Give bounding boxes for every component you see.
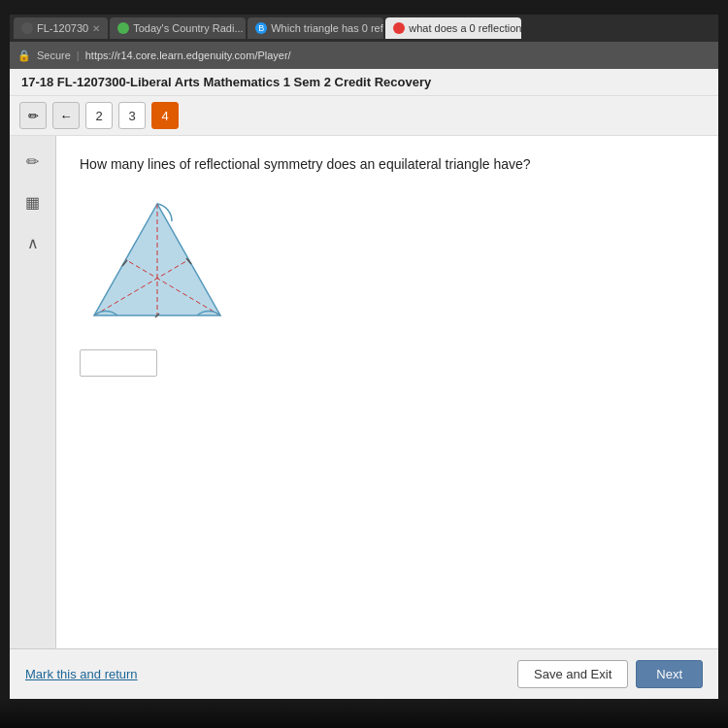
footer: Mark this and return Save and Exit Next	[10, 648, 718, 699]
course-title: 17-18 FL-1207300-Liberal Arts Mathematic…	[10, 69, 718, 96]
secure-label: Secure	[37, 50, 71, 61]
nav-page-2[interactable]: 2	[85, 102, 113, 129]
lock-icon: 🔒	[17, 50, 31, 62]
footer-buttons: Save and Exit Next	[517, 660, 703, 688]
tab-label: FL-120730	[37, 22, 88, 34]
answer-input[interactable]	[80, 349, 157, 377]
tab-radio[interactable]: Today's Country Radi... ✕	[110, 17, 246, 39]
back-button[interactable]: ←	[52, 102, 80, 129]
save-exit-button[interactable]: Save and Exit	[517, 660, 628, 688]
tab-reflections[interactable]: what does a 0 reflections ✕	[385, 17, 521, 39]
question-area: How many lines of reflectional symmetry …	[56, 136, 718, 699]
tab-label: Which triangle has 0 refl...	[271, 22, 383, 34]
pencil-icon[interactable]: ✏	[19, 102, 47, 129]
sidebar-up-icon[interactable]: ∧	[17, 227, 49, 258]
next-button[interactable]: Next	[636, 660, 703, 688]
left-sidebar: ✏ ▦ ∧	[10, 136, 56, 699]
tab-label: Today's Country Radi...	[133, 22, 243, 34]
sidebar-pencil-icon[interactable]: ✏	[17, 146, 49, 177]
triangle-diagram	[80, 194, 695, 330]
mark-return-link[interactable]: Mark this and return	[25, 667, 138, 681]
sidebar-calculator-icon[interactable]: ▦	[17, 186, 49, 217]
tab-fl120730[interactable]: FL-120730 ✕	[14, 17, 108, 39]
tab-label: what does a 0 reflections	[409, 22, 521, 34]
url-display: https://r14.core.learn.edgenuity.com/Pla…	[85, 50, 291, 61]
main-layout: ✏ ▦ ∧ How many lines of reflectional sym…	[10, 136, 718, 699]
nav-page-3[interactable]: 3	[118, 102, 146, 129]
tab-triangle[interactable]: B Which triangle has 0 refl... ✕	[248, 17, 383, 39]
equilateral-triangle-svg	[80, 194, 235, 330]
tab-bar: FL-120730 ✕ Today's Country Radi... ✕ B …	[10, 15, 718, 42]
tab-close-icon[interactable]: ✕	[92, 23, 100, 34]
toolbar: ✏ ← 2 3 4	[10, 96, 718, 136]
question-text: How many lines of reflectional symmetry …	[80, 155, 695, 175]
nav-page-4[interactable]: 4	[151, 102, 179, 129]
address-bar: 🔒 Secure | https://r14.core.learn.edgenu…	[10, 42, 718, 69]
